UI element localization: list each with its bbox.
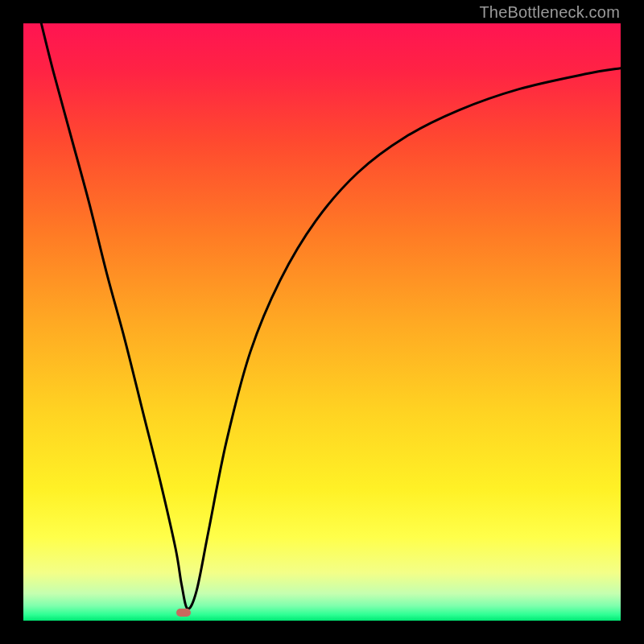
optimum-marker [176, 609, 191, 617]
svg-rect-0 [23, 23, 621, 621]
bottleneck-chart: TheBottleneck.com [0, 0, 644, 644]
gradient-background [23, 23, 621, 621]
plot-area [23, 23, 621, 621]
watermark-text: TheBottleneck.com [479, 3, 620, 22]
